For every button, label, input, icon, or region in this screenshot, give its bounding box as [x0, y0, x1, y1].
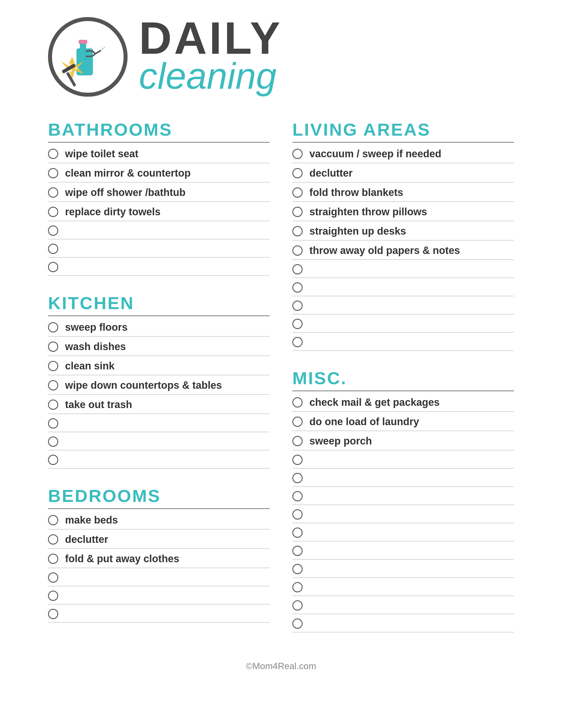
checkbox-circle[interactable]	[48, 455, 58, 465]
checklist-item[interactable]	[48, 258, 270, 276]
checkbox-circle[interactable]	[292, 207, 302, 217]
checklist-item[interactable]	[48, 239, 270, 258]
checkbox-circle[interactable]	[48, 168, 58, 178]
checklist-item[interactable]	[292, 596, 514, 614]
checkbox-circle[interactable]	[292, 319, 302, 329]
checklist-item[interactable]: declutter	[292, 163, 514, 183]
checkbox-circle[interactable]	[48, 226, 58, 236]
checklist-item[interactable]	[48, 450, 270, 469]
checkbox-circle[interactable]	[48, 437, 58, 447]
checklist-item[interactable]	[292, 278, 514, 296]
svg-point-6	[101, 46, 102, 47]
checkbox-circle[interactable]	[48, 591, 58, 601]
checklist-item[interactable]: replace dirty towels	[48, 202, 270, 221]
checklist-item[interactable]	[48, 221, 270, 239]
checklist-item[interactable]	[48, 568, 270, 586]
checklist-item[interactable]: wipe down countertops & tables	[48, 375, 270, 395]
checkbox-circle[interactable]	[292, 564, 302, 574]
checklist-item[interactable]	[292, 487, 514, 505]
checkbox-circle[interactable]	[292, 226, 302, 236]
checklist-item[interactable]	[292, 333, 514, 351]
checkbox-circle[interactable]	[292, 301, 302, 311]
checkbox-circle[interactable]	[292, 436, 302, 446]
checklist-item[interactable]	[292, 505, 514, 523]
checkbox-circle[interactable]	[292, 619, 302, 629]
checkbox-circle[interactable]	[292, 473, 302, 483]
checkbox-circle[interactable]	[292, 168, 302, 178]
checkbox-circle[interactable]	[48, 554, 58, 564]
checklist-item[interactable]	[292, 578, 514, 596]
checkbox-circle[interactable]	[292, 337, 302, 347]
checklist-item[interactable]: declutter	[48, 530, 270, 549]
checkbox-circle[interactable]	[292, 582, 302, 592]
item-text: make beds	[65, 514, 118, 526]
checklist-item[interactable]: fold & put away clothes	[48, 549, 270, 568]
item-text: wipe toilet seat	[65, 148, 138, 160]
checklist-item[interactable]	[292, 469, 514, 487]
checklist-item[interactable]	[292, 315, 514, 333]
checklist-item[interactable]	[48, 605, 270, 623]
item-text: throw away old papers & notes	[309, 245, 460, 257]
checklist-item[interactable]: clean mirror & countertop	[48, 163, 270, 183]
checkbox-circle[interactable]	[292, 187, 302, 198]
checklist-item[interactable]: wipe off shower /bathtub	[48, 183, 270, 202]
checkbox-circle[interactable]	[292, 528, 302, 538]
item-text: sweep floors	[65, 321, 128, 333]
checklist-item[interactable]: sweep floors	[48, 317, 270, 337]
checklist-item[interactable]	[292, 296, 514, 315]
checkbox-circle[interactable]	[292, 264, 302, 274]
checkbox-circle[interactable]	[48, 342, 58, 352]
checklist-item[interactable]	[292, 523, 514, 541]
checkbox-circle[interactable]	[292, 397, 302, 408]
checklist-item[interactable]	[292, 614, 514, 632]
page: DAILY cleaning BATHROOMSwipe toilet seat…	[25, 0, 537, 683]
checkbox-circle[interactable]	[48, 187, 58, 198]
checkbox-circle[interactable]	[48, 207, 58, 217]
checkbox-circle[interactable]	[48, 400, 58, 410]
checklist-item[interactable]: straighten up desks	[292, 221, 514, 241]
svg-rect-2	[79, 40, 87, 44]
checkbox-circle[interactable]	[48, 534, 58, 545]
checklist-item[interactable]	[292, 450, 514, 469]
checkbox-circle[interactable]	[48, 418, 58, 429]
checklist-item[interactable]	[292, 560, 514, 578]
checkbox-circle[interactable]	[48, 380, 58, 390]
checkbox-circle[interactable]	[292, 546, 302, 556]
checklist-item[interactable]: check mail & get packages	[292, 392, 514, 412]
checkbox-circle[interactable]	[48, 609, 58, 619]
checkbox-circle[interactable]	[292, 600, 302, 611]
checklist-item[interactable]: take out trash	[48, 395, 270, 414]
checklist-item[interactable]	[292, 260, 514, 278]
checkbox-circle[interactable]	[292, 455, 302, 465]
checklist-item[interactable]: wash dishes	[48, 337, 270, 356]
checklist-item[interactable]: make beds	[48, 510, 270, 530]
checkbox-circle[interactable]	[48, 322, 58, 332]
checklist-item[interactable]: fold throw blankets	[292, 183, 514, 202]
svg-point-5	[104, 47, 105, 48]
checklist-item[interactable]	[48, 414, 270, 432]
checklist-item[interactable]: vaccuum / sweep if needed	[292, 144, 514, 163]
checkbox-circle[interactable]	[292, 509, 302, 520]
checkbox-circle[interactable]	[48, 361, 58, 371]
item-text: replace dirty towels	[65, 206, 161, 218]
header: DAILY cleaning	[48, 17, 514, 97]
checkbox-circle[interactable]	[48, 515, 58, 525]
checklist-item[interactable]	[48, 432, 270, 450]
checkbox-circle[interactable]	[292, 282, 302, 293]
checklist-item[interactable]: clean sink	[48, 356, 270, 375]
checkbox-circle[interactable]	[292, 245, 302, 256]
checkbox-circle[interactable]	[48, 572, 58, 583]
checkbox-circle[interactable]	[292, 149, 302, 159]
checkbox-circle[interactable]	[48, 262, 58, 272]
checklist-item[interactable]	[48, 586, 270, 605]
checklist-item[interactable]: throw away old papers & notes	[292, 241, 514, 260]
checkbox-circle[interactable]	[48, 149, 58, 159]
checkbox-circle[interactable]	[292, 417, 302, 427]
checkbox-circle[interactable]	[292, 491, 302, 501]
checklist-item[interactable]: wipe toilet seat	[48, 144, 270, 163]
checkbox-circle[interactable]	[48, 244, 58, 254]
checklist-item[interactable]: sweep porch	[292, 431, 514, 450]
checklist-item[interactable]: straighten throw pillows	[292, 202, 514, 221]
checklist-item[interactable]	[292, 541, 514, 560]
checklist-item[interactable]: do one load of laundry	[292, 412, 514, 431]
